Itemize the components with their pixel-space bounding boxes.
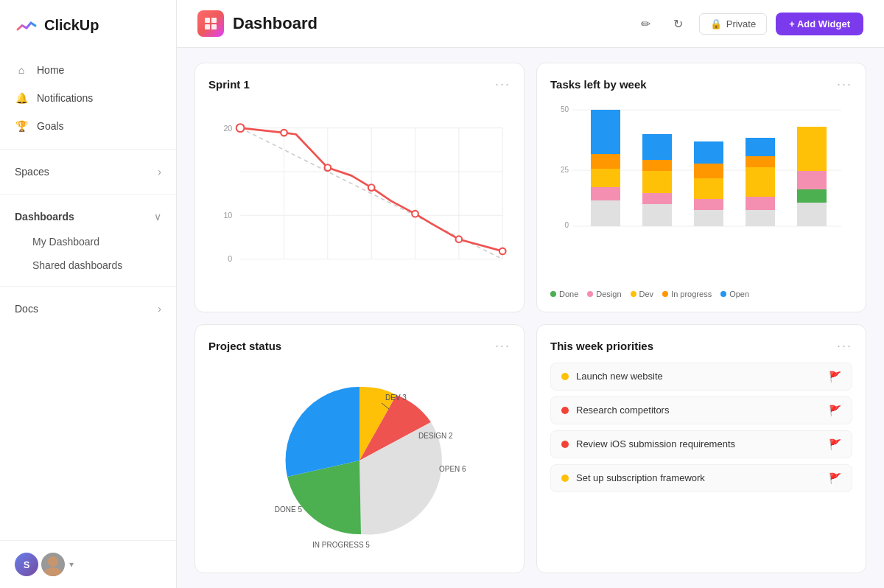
tasks-by-week-widget: Tasks left by week ··· 50 25 0 <box>536 63 866 312</box>
tasks-by-week-title: Tasks left by week <box>550 78 647 91</box>
legend-design: Design <box>587 290 621 298</box>
main-content: Dashboard ✏ ↻ 🔒 Private + Add Widget Spr… <box>177 0 884 588</box>
sidebar-item-my-dashboard[interactable]: My Dashboard <box>0 230 176 253</box>
bar-chart: 50 25 0 <box>550 101 852 298</box>
tasks-by-week-menu[interactable]: ··· <box>837 77 852 92</box>
priorities-header: This week priorities ··· <box>550 338 852 354</box>
legend-dot-dev <box>631 291 636 297</box>
svg-rect-42 <box>642 204 672 226</box>
priority-dot-3 <box>561 441 569 448</box>
nav: ⌂ Home 🔔 Notifications 🏆 Goals Spaces › … <box>0 50 176 540</box>
svg-rect-55 <box>797 171 827 189</box>
chevron-right-icon-docs: › <box>158 303 161 315</box>
add-widget-button[interactable]: + Add Widget <box>776 13 863 35</box>
divider-2 <box>0 194 176 195</box>
home-icon: ⌂ <box>15 63 28 77</box>
sprint-chart: 20 10 0 <box>208 101 511 298</box>
legend-dot-in-progress <box>662 291 668 297</box>
svg-text:20: 20 <box>223 124 232 133</box>
sprint-widget-menu[interactable]: ··· <box>495 77 511 92</box>
svg-text:10: 10 <box>223 211 232 220</box>
svg-point-20 <box>236 124 245 132</box>
svg-point-26 <box>499 248 506 255</box>
sidebar-item-spaces[interactable]: Spaces › <box>0 158 176 185</box>
project-status-menu[interactable]: ··· <box>495 338 511 354</box>
svg-rect-48 <box>746 138 775 156</box>
bar-chart-svg: 50 25 0 <box>550 101 852 241</box>
sidebar-item-home[interactable]: ⌂ Home <box>0 56 176 84</box>
sidebar-item-docs[interactable]: Docs › <box>0 295 176 322</box>
priority-dot-4 <box>561 475 569 482</box>
svg-text:DESIGN 2: DESIGN 2 <box>418 432 453 440</box>
svg-rect-44 <box>694 164 723 178</box>
svg-text:DEV 3: DEV 3 <box>385 393 407 402</box>
sidebar-item-spaces-label: Spaces <box>15 166 49 178</box>
trophy-icon: 🏆 <box>15 119 28 133</box>
sidebar-item-notifications[interactable]: 🔔 Notifications <box>0 84 176 112</box>
sidebar-item-docs-label: Docs <box>15 303 38 315</box>
sidebar: ClickUp ⌂ Home 🔔 Notifications 🏆 Goals S… <box>0 0 177 588</box>
svg-rect-3 <box>211 18 217 23</box>
edit-button[interactable]: ✏ <box>634 12 658 35</box>
svg-text:OPEN 6: OPEN 6 <box>439 465 466 473</box>
svg-text:IN PROGRESS 5: IN PROGRESS 5 <box>312 541 370 549</box>
priorities-widget: This week priorities ··· Launch new webs… <box>536 324 866 574</box>
svg-rect-41 <box>642 193 672 204</box>
priority-flag-2: 🚩 <box>829 405 841 416</box>
project-status-title: Project status <box>208 340 281 352</box>
page-title: Dashboard <box>233 14 625 33</box>
chevron-down-icon: ∨ <box>154 211 161 223</box>
logo: ClickUp <box>0 0 176 50</box>
svg-rect-50 <box>746 167 775 197</box>
bell-icon: 🔔 <box>15 91 28 105</box>
priority-text-2: Research competitors <box>576 405 821 416</box>
svg-rect-52 <box>746 210 775 226</box>
svg-rect-47 <box>694 210 723 226</box>
dashboard-grid: Sprint 1 ··· 20 <box>177 48 884 588</box>
priority-flag-4: 🚩 <box>829 472 841 484</box>
sprint-svg: 20 10 0 <box>208 101 511 298</box>
svg-rect-36 <box>591 187 620 200</box>
divider-3 <box>0 286 176 287</box>
svg-rect-2 <box>205 18 210 23</box>
sprint-widget: Sprint 1 ··· 20 <box>194 63 525 312</box>
legend-dot-done <box>550 291 556 297</box>
priority-text-4: Set up subscription framework <box>576 472 821 483</box>
priority-dot-2 <box>561 407 569 414</box>
user-avatar-group[interactable]: S ▾ <box>15 553 74 576</box>
svg-rect-34 <box>591 154 620 169</box>
svg-text:0: 0 <box>228 254 232 263</box>
svg-rect-56 <box>797 189 827 203</box>
sidebar-item-home-label: Home <box>37 64 64 76</box>
svg-rect-43 <box>694 141 723 164</box>
priority-item-1: Launch new website 🚩 <box>550 363 852 391</box>
sidebar-item-goals[interactable]: 🏆 Goals <box>0 112 176 140</box>
priority-text-3: Review iOS submission requirements <box>576 438 821 449</box>
svg-point-24 <box>412 211 418 217</box>
svg-rect-37 <box>591 200 620 226</box>
svg-rect-40 <box>642 171 672 193</box>
dashboard-icon <box>197 10 224 37</box>
private-badge[interactable]: 🔒 Private <box>699 13 767 35</box>
priorities-menu[interactable]: ··· <box>837 338 852 354</box>
private-label: Private <box>726 18 756 29</box>
svg-point-23 <box>368 184 375 191</box>
refresh-button[interactable]: ↻ <box>667 12 690 35</box>
sidebar-item-shared-dashboards[interactable]: Shared dashboards <box>0 253 176 277</box>
legend-dot-design <box>587 291 593 297</box>
sidebar-item-goals-label: Goals <box>37 120 64 132</box>
svg-point-25 <box>456 236 463 242</box>
priority-flag-1: 🚩 <box>829 371 841 382</box>
svg-rect-46 <box>694 199 723 210</box>
svg-text:DONE 5: DONE 5 <box>275 505 303 514</box>
sidebar-item-dashboards[interactable]: Dashboards ∨ <box>0 203 176 230</box>
svg-rect-4 <box>205 24 210 29</box>
avatar-initials: S <box>15 553 38 576</box>
svg-rect-39 <box>642 160 672 171</box>
svg-rect-49 <box>746 156 775 167</box>
project-status-header: Project status ··· <box>208 338 511 354</box>
svg-text:0: 0 <box>564 221 569 229</box>
svg-point-21 <box>281 130 287 136</box>
bar-chart-area: 50 25 0 <box>550 101 852 284</box>
legend-dot-open <box>720 291 726 297</box>
